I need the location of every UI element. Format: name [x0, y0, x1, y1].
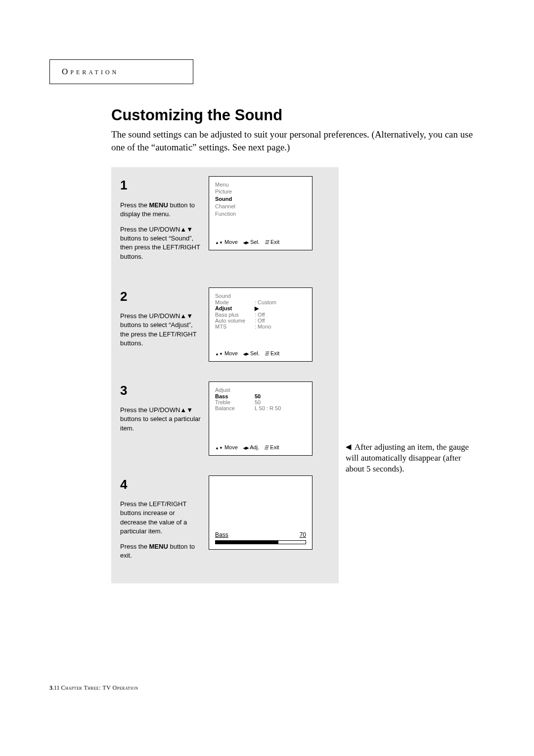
gauge-value: 70 — [300, 531, 306, 538]
osd-footer: Move Adj. Exit — [215, 444, 306, 450]
section-header-box: Operation — [49, 59, 193, 84]
osd-footer: Move Sel. Exit — [215, 239, 306, 245]
step-instruction: Press the UP/DOWN▲▼ buttons to select “A… — [120, 312, 202, 348]
step-4: 4 Press the LEFT/RIGHT buttons increase … — [120, 475, 330, 567]
osd-row: Mode: Custom — [215, 299, 306, 305]
side-note: ◀After adjusting an item, the gauge will… — [346, 442, 477, 474]
menu-icon — [264, 444, 268, 450]
up-icon — [215, 350, 219, 356]
osd-row: MTS: Mono — [215, 324, 306, 330]
up-icon — [215, 444, 219, 450]
left-arrow-icon: ◀ — [346, 443, 352, 451]
step-2: 2 Press the UP/DOWN▲▼ buttons to select … — [120, 287, 330, 362]
page-footer: 3.11 Chapter Three: TV Operation — [49, 684, 138, 692]
gauge-track — [215, 540, 306, 544]
osd-item: Function — [215, 210, 306, 218]
osd-row: BalanceL 50 : R 50 — [215, 405, 306, 411]
down-icon — [219, 444, 223, 450]
osd-title: Menu — [215, 182, 306, 188]
step-instruction: Press the MENU button to exit. — [120, 542, 202, 560]
down-icon — [219, 350, 223, 356]
left-icon — [243, 350, 246, 356]
osd-menu-adjust: Adjust Bass50 Treble50 BalanceL 50 : R 5… — [209, 381, 312, 456]
page-title: Customizing the Sound — [111, 106, 485, 124]
left-icon — [243, 239, 246, 245]
step-instruction: Press the LEFT/RIGHT buttons increase or… — [120, 500, 202, 536]
down-icon — [219, 239, 223, 245]
menu-icon — [265, 350, 269, 356]
osd-row: Bass plus: Off — [215, 312, 306, 318]
osd-title: Sound — [215, 293, 306, 299]
osd-item: Picture — [215, 188, 306, 195]
step-1: 1 Press the MENU button to display the m… — [120, 176, 330, 268]
up-icon — [215, 239, 219, 245]
osd-gauge: Bass 70 — [209, 475, 312, 550]
osd-row: Treble50 — [215, 399, 306, 405]
step-3: 3 Press the UP/DOWN▲▼ buttons to select … — [120, 381, 330, 456]
osd-title: Adjust — [215, 387, 306, 393]
step-number: 2 — [120, 287, 202, 305]
intro-text: The sound settings can be adjusted to su… — [111, 128, 477, 153]
menu-icon — [265, 239, 269, 245]
osd-row-selected: Bass50 — [215, 393, 306, 399]
right-icon — [246, 444, 249, 450]
step-number: 1 — [120, 176, 202, 194]
osd-row-selected: Adjust▶ — [215, 305, 306, 312]
right-icon — [246, 350, 249, 356]
osd-row: Auto volume: Off — [215, 318, 306, 324]
step-instruction: Press the UP/DOWN▲▼ buttons to select “S… — [120, 225, 202, 261]
left-icon — [243, 444, 246, 450]
osd-item-selected: Sound — [215, 195, 306, 203]
section-header-label: Operation — [62, 67, 119, 76]
gauge-fill — [216, 541, 278, 544]
steps-panel: 1 Press the MENU button to display the m… — [111, 167, 339, 583]
osd-menu-main: Menu Picture Sound Channel Function Move… — [209, 176, 312, 250]
osd-footer: Move Sel. Exit — [215, 350, 306, 356]
step-instruction: Press the MENU button to display the men… — [120, 201, 202, 219]
right-icon — [246, 239, 249, 245]
step-number: 3 — [120, 381, 202, 399]
step-instruction: Press the UP/DOWN▲▼ buttons to select a … — [120, 406, 202, 433]
osd-item: Channel — [215, 203, 306, 210]
gauge-label: Bass — [215, 531, 228, 538]
osd-menu-sound: Sound Mode: Custom Adjust▶ Bass plus: Of… — [209, 287, 312, 362]
step-number: 4 — [120, 475, 202, 493]
